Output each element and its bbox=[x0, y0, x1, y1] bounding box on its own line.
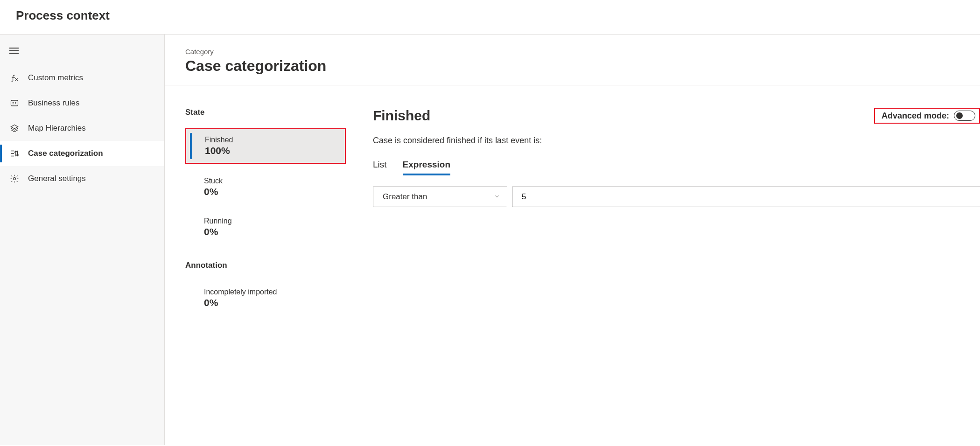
state-card-stuck[interactable]: Stuck 0% bbox=[185, 170, 346, 204]
sidebar-item-label: Case categorization bbox=[28, 149, 103, 158]
advanced-mode-label: Advanced mode: bbox=[882, 111, 949, 121]
advanced-mode-control: Advanced mode: bbox=[874, 108, 980, 124]
detail-title: Finished bbox=[373, 108, 430, 124]
annotation-name: Incompletely imported bbox=[204, 288, 337, 296]
svg-point-1 bbox=[14, 177, 16, 180]
operator-value: Greater than bbox=[383, 192, 427, 202]
gear-icon bbox=[9, 174, 20, 184]
state-card-finished[interactable]: Finished 100% bbox=[185, 128, 346, 164]
sidebar: Custom metrics Business rules Map Hierar… bbox=[0, 35, 165, 445]
sidebar-item-custom-metrics[interactable]: Custom metrics bbox=[0, 65, 164, 91]
app-title: Process context bbox=[16, 8, 964, 23]
hamburger-icon[interactable] bbox=[9, 46, 19, 56]
main-content: Category Case categorization State Finis… bbox=[165, 35, 980, 445]
state-name: Stuck bbox=[204, 177, 337, 185]
sidebar-item-label: Custom metrics bbox=[28, 73, 83, 83]
value-input[interactable] bbox=[512, 187, 980, 207]
state-name: Running bbox=[204, 217, 337, 225]
state-value: 0% bbox=[204, 226, 337, 237]
sidebar-item-case-categorization[interactable]: Case categorization bbox=[0, 141, 164, 166]
fx-icon bbox=[9, 73, 20, 83]
tab-list[interactable]: List bbox=[373, 160, 387, 174]
state-value: 0% bbox=[204, 186, 337, 197]
state-card-running[interactable]: Running 0% bbox=[185, 210, 346, 244]
sidebar-item-label: General settings bbox=[28, 174, 86, 183]
categorization-icon bbox=[9, 148, 20, 159]
sidebar-item-general-settings[interactable]: General settings bbox=[0, 166, 164, 191]
annotation-section-label: Annotation bbox=[185, 261, 346, 270]
annotation-value: 0% bbox=[204, 297, 337, 308]
rules-icon bbox=[9, 98, 20, 108]
page-title: Case categorization bbox=[185, 57, 980, 85]
page-header: Process context bbox=[0, 0, 980, 35]
sidebar-item-label: Map Hierarchies bbox=[28, 124, 86, 133]
state-name: Finished bbox=[205, 136, 336, 144]
sidebar-item-business-rules[interactable]: Business rules bbox=[0, 91, 164, 116]
category-label: Category bbox=[185, 48, 980, 56]
layers-icon bbox=[9, 123, 20, 133]
operator-select[interactable]: Greater than bbox=[373, 187, 507, 207]
state-section-label: State bbox=[185, 108, 346, 117]
tab-expression[interactable]: Expression bbox=[403, 160, 450, 174]
svg-rect-0 bbox=[11, 100, 18, 106]
detail-subtext: Case is considered finished if its last … bbox=[373, 136, 980, 146]
annotation-card-incompletely-imported[interactable]: Incompletely imported 0% bbox=[185, 281, 346, 315]
state-value: 100% bbox=[205, 145, 336, 156]
advanced-mode-toggle[interactable] bbox=[954, 111, 975, 121]
sidebar-item-map-hierarchies[interactable]: Map Hierarchies bbox=[0, 116, 164, 141]
chevron-down-icon bbox=[494, 193, 500, 201]
sidebar-item-label: Business rules bbox=[28, 98, 80, 108]
